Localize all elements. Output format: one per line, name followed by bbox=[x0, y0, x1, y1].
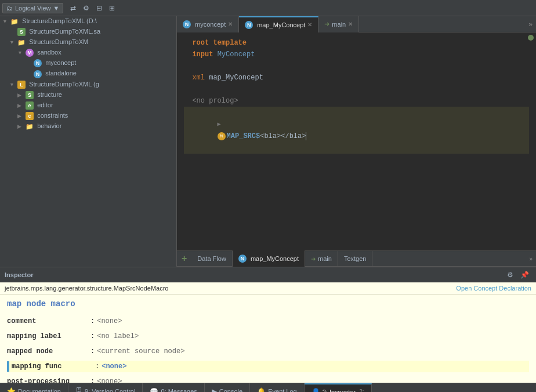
prop-val-highlighted: <none> bbox=[102, 361, 126, 372]
logical-view-icon: 🗂 bbox=[6, 5, 13, 12]
tree-item-label: StructureDumpToXM bbox=[29, 38, 88, 45]
prop-row-post-processing: post-processing : <none> bbox=[7, 376, 529, 383]
collapse-icon[interactable]: ⊟ bbox=[94, 3, 104, 13]
expand-icon[interactable]: ⊞ bbox=[107, 3, 117, 13]
bottom-tab-label: map_MyConcept bbox=[251, 255, 299, 262]
tree-item-sandbox[interactable]: M sandbox bbox=[0, 48, 176, 58]
tree-item-folder2[interactable]: 📁 StructureDumpToXM bbox=[0, 37, 176, 48]
tab-close-icon[interactable]: ✕ bbox=[348, 21, 353, 27]
macro-text: MAP_SRC$ bbox=[227, 132, 260, 140]
tab-myconcept[interactable]: N myconcept ✕ bbox=[177, 16, 239, 32]
code-editor[interactable]: root template input MyConcept xml map_My… bbox=[177, 32, 536, 251]
tab-badge: N bbox=[183, 20, 191, 28]
tree-item-label: StructureDumpToXML (D:\ bbox=[22, 17, 97, 24]
arrow-icon bbox=[17, 92, 23, 98]
tree-item-label: structure bbox=[37, 91, 62, 98]
tree-item-standalone[interactable]: N standalone bbox=[0, 68, 176, 79]
sidebar: 📁 StructureDumpToXML (D:\ S StructureDum… bbox=[0, 16, 177, 267]
logical-view-button[interactable]: 🗂 Logical View ▼ bbox=[2, 3, 63, 13]
inspector-panel: Inspector ⚙ 📌 jetbrains.mps.lang.generat… bbox=[0, 267, 536, 383]
tree-item-editor[interactable]: e editor bbox=[0, 100, 176, 111]
code-line-macro[interactable]: ▶ MMAP_SRC$<bla></bla> bbox=[184, 107, 529, 154]
editor-tab-bar: N myconcept ✕ N map_MyConcept ✕ ➜ main ✕… bbox=[177, 16, 536, 32]
tree-item-sa[interactable]: S StructureDumpToXML.sa bbox=[0, 27, 176, 37]
inspector-gear-icon[interactable]: ⚙ bbox=[505, 270, 516, 280]
status-tab-label: 9: Version Control bbox=[85, 388, 135, 393]
tree-item-myconcept[interactable]: N myconcept bbox=[0, 58, 176, 68]
arrow-icon bbox=[17, 103, 23, 108]
code-line-3 bbox=[184, 60, 529, 72]
badge-m: M bbox=[26, 49, 34, 57]
bottom-tab-data-flow[interactable]: Data Flow bbox=[191, 251, 233, 267]
main-layout: 📁 StructureDumpToXML (D:\ S StructureDum… bbox=[0, 16, 536, 267]
prop-val: <current source node> bbox=[97, 346, 184, 357]
prop-row-mapped-node: mapped node : <current source node> bbox=[7, 346, 529, 357]
tab-map-myconcept[interactable]: N map_MyConcept ✕ bbox=[239, 16, 318, 32]
code-line-4: xml map_MyConcept bbox=[184, 72, 529, 84]
tab-badge: N bbox=[245, 21, 253, 29]
arrow-icon bbox=[9, 39, 15, 45]
tree-item-xml-main[interactable]: L StructureDumpToXML (g bbox=[0, 79, 176, 90]
status-tab-label: Event Log bbox=[268, 388, 297, 393]
inspector-pin-icon[interactable]: 📌 bbox=[518, 270, 531, 280]
version-control-icon: 🗄 bbox=[75, 387, 82, 393]
prop-sep: : bbox=[90, 346, 95, 357]
console-icon: ▶ bbox=[212, 387, 217, 393]
tree-item-constraints[interactable]: c constraints bbox=[0, 111, 176, 121]
status-tab-inspector[interactable]: 👤 2: Inspector 2: bbox=[305, 383, 372, 393]
tab-arrow-icon: ➜ bbox=[311, 256, 316, 262]
tree-item-structure[interactable]: S structure bbox=[0, 90, 176, 100]
tree-item-behavior[interactable]: 📁 behavior bbox=[0, 121, 176, 132]
tab-close-icon[interactable]: ✕ bbox=[228, 21, 233, 27]
tree-item-root[interactable]: 📁 StructureDumpToXML (D:\ bbox=[0, 16, 176, 27]
tab-arrow-icon: ➜ bbox=[324, 20, 329, 28]
bottom-tab-overflow[interactable]: » bbox=[526, 256, 536, 262]
bottom-tab-label: Textgen bbox=[344, 255, 367, 262]
sync-icon[interactable]: ⇄ bbox=[68, 3, 78, 13]
status-tab-label: Documentation bbox=[18, 388, 61, 393]
tab-label: myconcept bbox=[195, 21, 226, 28]
status-tab-event-log[interactable]: 🔔 Event Log bbox=[250, 383, 305, 393]
tab-close-icon[interactable]: ✕ bbox=[307, 21, 312, 28]
arrow-indicator: ▶ bbox=[218, 121, 221, 128]
status-tab-label: Console bbox=[219, 388, 242, 393]
prop-name: post-processing bbox=[7, 376, 88, 383]
code-line-5 bbox=[184, 84, 529, 95]
xml-bla-tag: <bla></bla> bbox=[260, 132, 306, 140]
tree-item-label: constraints bbox=[37, 112, 68, 119]
bottom-tab-textgen[interactable]: Textgen bbox=[338, 251, 373, 267]
status-tab-messages[interactable]: 💬 0: Messages bbox=[143, 383, 204, 393]
inspector-path-text: jetbrains.mps.lang.generator.structure.M… bbox=[5, 285, 168, 292]
bottom-tab-map-myconcept[interactable]: N map_MyConcept bbox=[233, 251, 305, 267]
inspector-content: map node macro comment : <none> mapping … bbox=[0, 295, 536, 383]
arrow-icon bbox=[17, 113, 23, 119]
bottom-tab-main[interactable]: ➜ main bbox=[305, 251, 338, 267]
prop-val: <none> bbox=[97, 315, 122, 327]
tab-overflow-button[interactable]: » bbox=[525, 20, 536, 28]
prop-name: mapping label bbox=[7, 331, 88, 342]
arrow-icon bbox=[2, 19, 8, 24]
status-tab-version-control[interactable]: 🗄 9: Version Control bbox=[68, 383, 143, 393]
badge-n: N bbox=[34, 59, 42, 67]
status-tab-console[interactable]: ▶ Console bbox=[205, 383, 250, 393]
documentation-icon: ⭐ bbox=[7, 387, 16, 393]
prop-name: mapping func bbox=[12, 361, 93, 372]
folder-icon: 📁 bbox=[17, 38, 26, 46]
logical-view-label: Logical View bbox=[15, 5, 51, 12]
badge-c: c bbox=[26, 112, 34, 120]
open-concept-link[interactable]: Open Concept Declaration bbox=[456, 285, 531, 292]
tree-item-label: StructureDumpToXML (g bbox=[29, 81, 99, 88]
add-tab-button[interactable]: + bbox=[177, 253, 191, 264]
badge-n: N bbox=[34, 70, 42, 78]
tab-main[interactable]: ➜ main ✕ bbox=[318, 16, 359, 32]
tree-item-label: standalone bbox=[45, 70, 77, 77]
arrow-icon bbox=[17, 124, 23, 129]
inspector-body: jetbrains.mps.lang.generator.structure.M… bbox=[0, 282, 536, 383]
bottom-tab-bar: + Data Flow N map_MyConcept ➜ main Textg… bbox=[177, 251, 536, 267]
prop-val: <no label> bbox=[97, 331, 139, 342]
left-marker bbox=[7, 361, 9, 372]
status-tab-documentation[interactable]: ⭐ Documentation bbox=[0, 383, 68, 393]
prop-sep: : bbox=[90, 315, 95, 327]
bottom-tab-label: Data Flow bbox=[197, 255, 226, 262]
settings-icon[interactable]: ⚙ bbox=[81, 3, 92, 13]
